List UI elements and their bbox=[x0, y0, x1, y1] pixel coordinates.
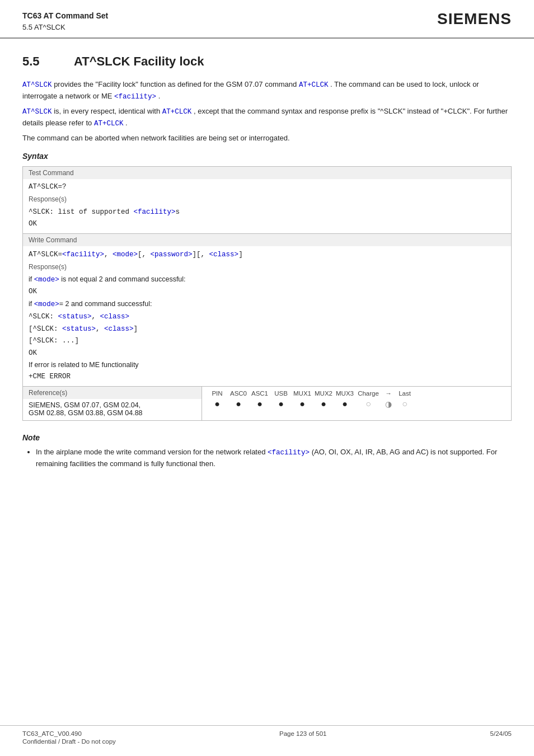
intro-line2: AT^SLCK is, in every respect, identical … bbox=[22, 106, 512, 129]
ref-col-last: Last bbox=[396, 390, 414, 397]
intro-link-slck2[interactable]: AT^SLCK bbox=[22, 108, 52, 116]
write-resp-5: [^SLCK: ...] bbox=[29, 335, 505, 347]
intro-line3: The command can be aborted when network … bbox=[22, 133, 512, 144]
test-response: ^SLCK: list of supported <facility>s bbox=[29, 206, 505, 218]
page: TC63 AT Command Set 5.5 AT^SLCK SIEMENS … bbox=[0, 0, 534, 756]
test-responses-label: Response(s) bbox=[29, 194, 505, 205]
section-name: AT^SLCK Facility lock bbox=[74, 54, 204, 69]
main-content: 5.5 AT^SLCK Facility lock AT^SLCK provid… bbox=[0, 39, 534, 482]
write-resp-2: if <mode>= 2 and command successful: bbox=[29, 298, 505, 311]
ref-col-asc0: ASC0 bbox=[228, 390, 249, 397]
write-command-cmd: AT^SLCK=<facility>, <mode>[, <password>]… bbox=[29, 248, 505, 261]
ref-dot-arrow: ◑ bbox=[381, 400, 396, 408]
footer-left: TC63_ATC_V00.490 Confidential / Draft - … bbox=[22, 730, 116, 745]
ref-dot-mux2: ● bbox=[313, 399, 334, 409]
ref-col-usb: USB bbox=[270, 390, 292, 397]
footer-page: Page 123 of 501 bbox=[279, 730, 326, 737]
doc-title: TC63 AT Command Set bbox=[22, 10, 108, 22]
test-command-row: Test Command AT^SLCK=? Response(s) ^SLCK… bbox=[23, 167, 512, 234]
footer: TC63_ATC_V00.490 Confidential / Draft - … bbox=[0, 725, 534, 745]
header: TC63 AT Command Set 5.5 AT^SLCK SIEMENS bbox=[0, 0, 534, 39]
header-section: 5.5 AT^SLCK bbox=[22, 22, 108, 33]
ref-col-mux2: MUX2 bbox=[313, 390, 334, 397]
ref-dots-row: ● ● ● ● ● ● ● ○ ◑ ○ bbox=[207, 399, 507, 409]
intro-link-clck2[interactable]: AT+CLCK bbox=[162, 108, 192, 116]
ref-col-asc1: ASC1 bbox=[249, 390, 270, 397]
ref-col-pin: PIN bbox=[207, 390, 228, 397]
reference-row: Reference(s) SIEMENS, GSM 07.07, GSM 02.… bbox=[23, 387, 512, 421]
write-resp-ok1: OK bbox=[29, 286, 505, 298]
write-command-body: AT^SLCK=<facility>, <mode>[, <password>]… bbox=[23, 246, 511, 386]
write-resp-4: [^SLCK: <status>, <class>] bbox=[29, 323, 505, 335]
section-title: 5.5 AT^SLCK Facility lock bbox=[22, 54, 512, 69]
test-ok: OK bbox=[29, 218, 505, 230]
footer-center: Page 123 of 501 bbox=[279, 730, 326, 745]
note-list: In the airplane mode the write command v… bbox=[22, 447, 512, 470]
section-number: 5.5 bbox=[22, 54, 56, 69]
ref-dot-mux1: ● bbox=[292, 399, 313, 409]
syntax-table: Test Command AT^SLCK=? Response(s) ^SLCK… bbox=[22, 166, 512, 421]
write-resp-ok2: OK bbox=[29, 348, 505, 359]
intro-link-slck[interactable]: AT^SLCK bbox=[22, 81, 52, 89]
syntax-heading: Syntax bbox=[22, 152, 512, 161]
note-heading: Note bbox=[22, 433, 512, 442]
ref-col-mux3: MUX3 bbox=[334, 390, 355, 397]
note-facility-link[interactable]: <facility> bbox=[268, 449, 310, 457]
test-command-body: AT^SLCK=? Response(s) ^SLCK: list of sup… bbox=[23, 179, 511, 233]
ref-dot-pin: ● bbox=[207, 399, 228, 409]
brand-logo: SIEMENS bbox=[437, 10, 512, 28]
ref-dot-asc0: ● bbox=[228, 399, 249, 409]
test-command-inner: Test Command AT^SLCK=? Response(s) ^SLCK… bbox=[23, 167, 511, 233]
reference-header: Reference(s) bbox=[23, 387, 202, 399]
write-responses-label: Response(s) bbox=[29, 261, 505, 273]
intro-link-facility1[interactable]: <facility> bbox=[114, 93, 156, 101]
footer-right: 5/24/05 bbox=[490, 730, 512, 745]
test-command-cmd: AT^SLCK=? bbox=[29, 181, 505, 193]
ref-dot-mux3: ● bbox=[334, 399, 355, 409]
ref-dot-last: ○ bbox=[396, 399, 414, 409]
write-command-row: Write Command AT^SLCK=<facility>, <mode>… bbox=[23, 234, 512, 387]
write-resp-1: if <mode> is not equal 2 and command suc… bbox=[29, 274, 505, 286]
ref-header-row: PIN ASC0 ASC1 USB MUX1 MUX2 MUX3 Charge … bbox=[207, 390, 507, 397]
intro-link-clck1[interactable]: AT+CLCK bbox=[299, 81, 329, 89]
note-item: In the airplane mode the write command v… bbox=[36, 447, 512, 470]
ref-dot-usb: ● bbox=[270, 399, 292, 409]
ref-col-mux1: MUX1 bbox=[292, 390, 313, 397]
write-command-header: Write Command bbox=[23, 234, 511, 246]
test-command-header: Test Command bbox=[23, 167, 511, 179]
ref-dot-charge: ○ bbox=[355, 399, 381, 409]
ref-col-charge: Charge bbox=[355, 390, 381, 397]
ref-col-arrow: → bbox=[381, 390, 396, 397]
footer-date: 5/24/05 bbox=[490, 730, 512, 737]
write-resp-cme: +CME ERROR bbox=[29, 371, 505, 383]
intro-block: AT^SLCK provides the "Facility lock" fun… bbox=[22, 79, 512, 144]
ref-dot-asc1: ● bbox=[249, 399, 270, 409]
intro-link-clck3[interactable]: AT+CLCK bbox=[94, 120, 124, 128]
write-resp-6: If error is related to ME functionality bbox=[29, 359, 505, 371]
footer-confidential: Confidential / Draft - Do not copy bbox=[22, 738, 116, 745]
intro-line1: AT^SLCK provides the "Facility lock" fun… bbox=[22, 79, 512, 102]
write-resp-3: ^SLCK: <status>, <class> bbox=[29, 311, 505, 323]
header-left: TC63 AT Command Set 5.5 AT^SLCK bbox=[22, 10, 108, 33]
reference-text: SIEMENS, GSM 07.07, GSM 02.04, GSM 02.88… bbox=[23, 399, 202, 420]
footer-doc-id: TC63_ATC_V00.490 bbox=[22, 730, 116, 737]
